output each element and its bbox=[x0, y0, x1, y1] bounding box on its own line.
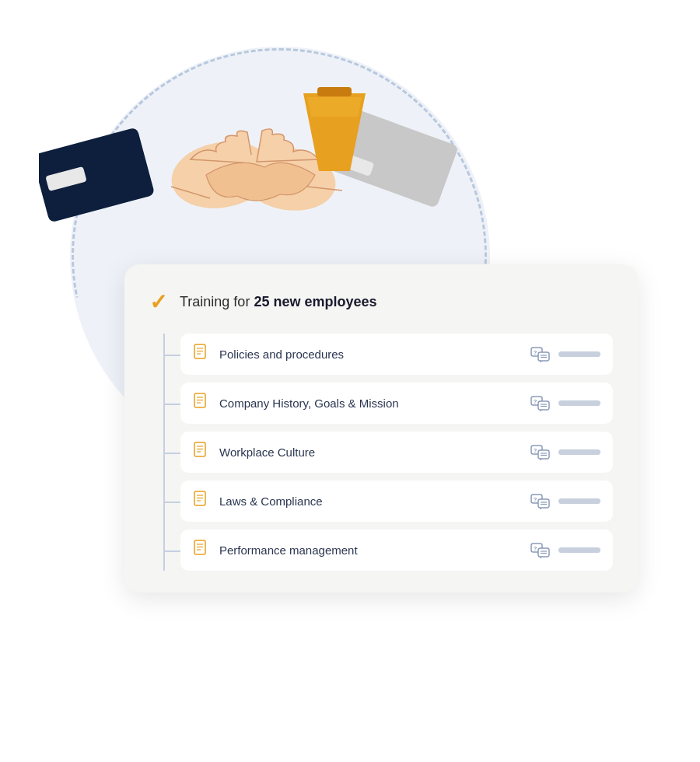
item-label-company-history: Company History, Goals & Mission bbox=[219, 397, 520, 410]
quiz-chat-icon: ? bbox=[530, 347, 551, 362]
progress-bar-laws-compliance bbox=[558, 498, 600, 504]
svg-text:?: ? bbox=[534, 545, 537, 551]
item-label-performance: Performance management bbox=[219, 544, 520, 557]
svg-text:?: ? bbox=[534, 398, 537, 404]
svg-text:?: ? bbox=[534, 496, 537, 502]
svg-marker-10 bbox=[307, 97, 362, 117]
svg-rect-37 bbox=[538, 450, 549, 459]
item-actions-policies: ? bbox=[530, 347, 600, 362]
scene: ✓ Training for 25 new employees Policies… bbox=[0, 0, 700, 762]
quiz-chat-icon-5: ? bbox=[530, 543, 551, 558]
training-item-company-history[interactable]: Company History, Goals & Mission ? bbox=[180, 383, 613, 424]
svg-text:?: ? bbox=[534, 349, 537, 355]
item-actions-workplace-culture: ? bbox=[530, 445, 600, 460]
item-label-workplace-culture: Workplace Culture bbox=[219, 446, 520, 459]
progress-bar-policies bbox=[558, 351, 600, 357]
checkmark-icon: ✓ bbox=[149, 289, 167, 315]
card-header: ✓ Training for 25 new employees bbox=[149, 289, 613, 315]
svg-rect-47 bbox=[538, 499, 549, 508]
svg-rect-57 bbox=[538, 548, 549, 557]
item-label-laws-compliance: Laws & Compliance bbox=[219, 495, 520, 508]
quiz-chat-icon-4: ? bbox=[530, 494, 551, 509]
training-item-workplace-culture[interactable]: Workplace Culture ? bbox=[180, 432, 613, 473]
item-label-policies: Policies and procedures bbox=[219, 348, 520, 361]
document-icon-5 bbox=[193, 540, 208, 561]
document-icon-2 bbox=[193, 393, 208, 414]
training-list: Policies and procedures ? bbox=[163, 334, 613, 571]
training-item-laws-compliance[interactable]: Laws & Compliance ? bbox=[180, 481, 613, 522]
progress-bar-workplace-culture bbox=[558, 449, 600, 455]
card-title-prefix: Training for bbox=[180, 294, 254, 309]
handshake-illustration bbox=[39, 31, 506, 280]
card-title: Training for 25 new employees bbox=[180, 294, 376, 310]
training-item-policies[interactable]: Policies and procedures ? bbox=[180, 334, 613, 375]
progress-bar-performance bbox=[558, 547, 600, 553]
quiz-chat-icon-2: ? bbox=[530, 396, 551, 411]
document-icon-3 bbox=[193, 442, 208, 463]
svg-rect-27 bbox=[538, 401, 549, 410]
item-actions-company-history: ? bbox=[530, 396, 600, 411]
item-actions-performance: ? bbox=[530, 543, 600, 558]
document-icon-4 bbox=[193, 491, 208, 512]
progress-bar-company-history bbox=[558, 400, 600, 406]
svg-text:?: ? bbox=[534, 447, 537, 453]
training-card: ✓ Training for 25 new employees Policies… bbox=[124, 264, 638, 592]
training-item-performance[interactable]: Performance management ? bbox=[180, 530, 613, 571]
card-title-count: 25 new employees bbox=[254, 294, 376, 309]
svg-rect-9 bbox=[317, 87, 352, 96]
item-actions-laws-compliance: ? bbox=[530, 494, 600, 509]
quiz-chat-icon-3: ? bbox=[530, 445, 551, 460]
document-icon bbox=[193, 344, 208, 365]
svg-rect-17 bbox=[538, 352, 549, 361]
